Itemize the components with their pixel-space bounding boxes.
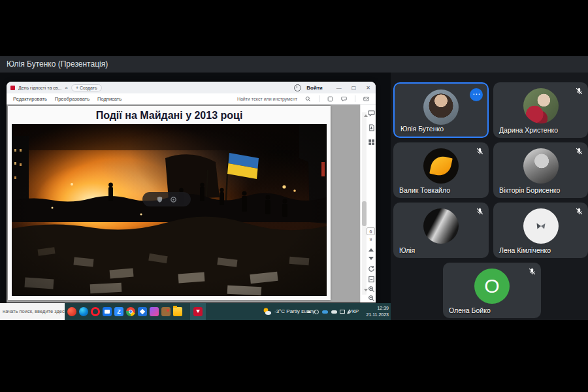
presentation-slide: Події на Майдані у 2013 році [8, 106, 331, 300]
taskbar-search-input[interactable]: начать поиск, введите здесь запрос [0, 303, 65, 320]
participant-tile[interactable]: Дарина Христенко [493, 82, 588, 138]
butterfly-avatar-art [536, 222, 546, 230]
search-icon[interactable] [305, 96, 311, 102]
pdf-menubar: Редактировать Преобразовать Подписать На… [7, 93, 376, 105]
zoom-in-icon[interactable] [368, 286, 375, 293]
shield-icon [156, 196, 163, 203]
pdf-app-window: День гідності та св... × + Создать Войти… [7, 82, 376, 302]
taskbar-icon-chrome[interactable] [126, 307, 135, 316]
taskbar-icon-photos[interactable] [138, 307, 147, 316]
maximize-button[interactable]: ▢ [351, 85, 357, 91]
maidan-photo-art [12, 124, 327, 296]
meeting-titlebar: Юлія Бутенко (Презентація) [0, 56, 588, 73]
slide-title: Події на Майдані у 2013 році [8, 110, 331, 122]
camera-tray-icon[interactable] [314, 310, 319, 314]
participant-tile[interactable]: Лена Кімліченко [493, 203, 588, 258]
participant-name: Олена Бойко [449, 306, 491, 314]
participant-tile[interactable]: Вікторія Борисенко [493, 142, 588, 198]
shared-screen: День гідності та св... × + Создать Войти… [0, 73, 391, 320]
taskbar-icon-edge[interactable] [79, 307, 88, 316]
participant-tile[interactable]: О Олена Бойко [443, 263, 541, 318]
acrobat-favicon-icon [10, 86, 15, 90]
acrobat-icon [193, 307, 203, 316]
page-up-icon[interactable] [368, 248, 374, 252]
close-button[interactable]: ✕ [366, 85, 370, 91]
windows-taskbar: начать поиск, введите здесь запрос Z -3°… [0, 303, 391, 320]
weather-temp: -3°C [274, 308, 285, 314]
organize-pages-icon[interactable] [368, 139, 375, 146]
participant-name: Дарина Христенко [499, 126, 558, 134]
create-button[interactable]: + Создать [71, 84, 102, 91]
participant-name: Юлія Бутенко [400, 125, 444, 133]
participant-tile[interactable]: ⋯ Юлія Бутенко [393, 82, 489, 138]
clock-time: 12:39 [360, 305, 389, 312]
cloud-icon[interactable] [331, 310, 337, 314]
taskbar-clock[interactable]: 12:39 21.11.2023 [360, 305, 389, 318]
tab-close-icon[interactable]: × [65, 85, 68, 91]
menu-sign[interactable]: Подписать [97, 96, 122, 102]
maidan-photo [12, 124, 327, 296]
document-tab[interactable]: День гідності та св... [18, 86, 61, 90]
camera-icon [170, 196, 177, 203]
pdf-tool-rail: 6 9 [360, 105, 376, 302]
weather-icon [263, 307, 272, 316]
leaf-avatar-art [429, 154, 453, 178]
taskbar-icon-discord[interactable] [150, 307, 159, 316]
avatar [423, 208, 459, 244]
taskbar-icon-file-explorer[interactable] [173, 307, 182, 316]
comments-icon[interactable] [368, 110, 375, 117]
zoom-out-icon[interactable] [368, 295, 375, 302]
participant-name: Вікторія Борисенко [499, 186, 560, 194]
language-indicator[interactable]: УКР [349, 303, 359, 320]
clock-date: 21.11.2023 [360, 312, 389, 318]
avatar: О [474, 269, 510, 304]
avatar [523, 88, 559, 123]
chevron-up-icon[interactable] [307, 310, 311, 313]
ai-assistant-icon[interactable] [327, 96, 333, 102]
meeting-app-window: Юлія Бутенко (Презентація) День гідності… [0, 0, 588, 392]
mic-off-icon [476, 207, 484, 216]
signin-button[interactable]: Войти [306, 85, 322, 91]
taskbar-icon-adobe-cc[interactable] [67, 307, 76, 316]
mic-off-icon [575, 87, 583, 95]
taskbar-icon-mail[interactable] [103, 307, 112, 316]
mic-off-icon [575, 147, 583, 155]
participant-tile[interactable]: Валик Товкайло [393, 142, 489, 198]
avatar [523, 208, 559, 244]
mic-off-icon [575, 207, 583, 216]
participant-name: Валик Товкайло [399, 186, 450, 194]
taskbar-icon-opera[interactable] [91, 307, 100, 316]
page-total: 9 [367, 237, 375, 242]
taskbar-icon-zoom[interactable]: Z [114, 307, 123, 316]
history-icon[interactable] [294, 84, 301, 91]
menu-edit[interactable]: Редактировать [13, 96, 47, 102]
onedrive-icon[interactable] [322, 310, 328, 314]
page-number-input[interactable]: 6 [367, 227, 375, 235]
menu-convert[interactable]: Преобразовать [55, 96, 90, 102]
scrollbar[interactable] [362, 112, 367, 295]
find-tool-input[interactable]: Найти текст или инструмент [237, 97, 297, 101]
pdf-content-area: Події на Майдані у 2013 році [7, 105, 376, 302]
avatar [423, 148, 459, 184]
scrollbar-thumb[interactable] [362, 201, 367, 226]
page-down-icon[interactable] [368, 257, 374, 260]
pdf-tabbar: День гідності та св... × + Создать Войти… [7, 82, 376, 93]
presenter-title: Юлія Бутенко (Презентація) [7, 59, 108, 69]
meeting-main-area: День гідності та св... × + Создать Войти… [0, 73, 588, 320]
battery-icon[interactable] [340, 310, 345, 314]
fit-page-icon[interactable] [368, 276, 375, 283]
export-pdf-icon[interactable] [368, 124, 375, 131]
avatar [423, 90, 459, 125]
comment-icon[interactable] [341, 96, 347, 102]
avatar [523, 148, 559, 184]
rotate-icon[interactable] [368, 265, 375, 272]
share-icon[interactable] [363, 96, 369, 102]
participant-name: Юлія [399, 246, 415, 254]
taskbar-icon-acrobat-active[interactable] [190, 303, 206, 320]
annotation-pill [142, 192, 191, 206]
taskbar-icon-stickers[interactable] [161, 307, 171, 316]
participant-tile[interactable]: Юлія [393, 203, 489, 258]
minimize-button[interactable]: — [336, 85, 342, 91]
more-options-button[interactable]: ⋯ [470, 88, 483, 101]
mic-off-icon [528, 267, 536, 276]
